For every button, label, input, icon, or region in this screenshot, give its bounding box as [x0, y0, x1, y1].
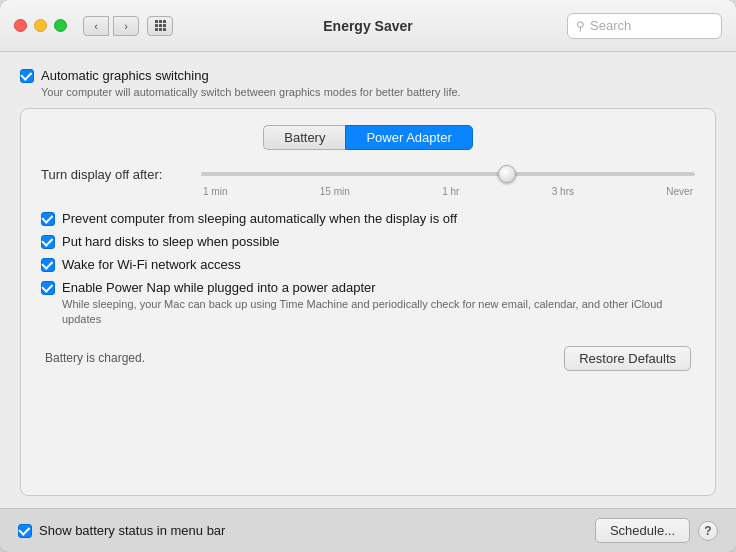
option-row-3: Enable Power Nap while plugged into a po… [41, 280, 695, 295]
nav-buttons: ‹ › [83, 16, 139, 36]
slider-section: Turn display off after: 1 min 15 min 1 h… [41, 164, 695, 197]
option-sublabel-3: While sleeping, your Mac can back up usi… [62, 297, 695, 328]
help-button[interactable]: ? [698, 521, 718, 541]
slider-ticks: 1 min 15 min 1 hr 3 hrs Never [201, 186, 695, 197]
back-button[interactable]: ‹ [83, 16, 109, 36]
option-checkbox-1[interactable] [41, 235, 55, 249]
traffic-lights [14, 19, 67, 32]
option-checkbox-3[interactable] [41, 281, 55, 295]
option-checkbox-2[interactable] [41, 258, 55, 272]
auto-graphics-label: Automatic graphics switching [41, 68, 209, 83]
show-battery-checkbox[interactable] [18, 524, 32, 538]
option-label-2: Wake for Wi-Fi network access [62, 257, 241, 272]
settings-panel: Battery Power Adapter Turn display off a… [20, 108, 716, 496]
option-item: Wake for Wi-Fi network access [41, 257, 695, 272]
bottom-strip: Show battery status in menu bar Schedule… [0, 508, 736, 552]
slider-container [201, 164, 695, 184]
option-item: Put hard disks to sleep when possible [41, 234, 695, 249]
schedule-button[interactable]: Schedule... [595, 518, 690, 543]
main-content: Automatic graphics switching Your comput… [0, 52, 736, 508]
slider-row: Turn display off after: [41, 164, 695, 184]
option-item: Prevent computer from sleeping automatic… [41, 211, 695, 226]
energy-saver-window: ‹ › Energy Saver ⚲ Search Automatic grap… [0, 0, 736, 552]
search-placeholder: Search [590, 18, 631, 33]
grid-button[interactable] [147, 16, 173, 36]
search-icon: ⚲ [576, 19, 585, 33]
tick-15min: 15 min [320, 186, 350, 197]
auto-graphics-checkbox[interactable] [20, 69, 34, 83]
search-box[interactable]: ⚲ Search [567, 13, 722, 39]
battery-tab[interactable]: Battery [263, 125, 345, 150]
auto-graphics-row: Automatic graphics switching [20, 68, 716, 83]
grid-icon [155, 20, 166, 31]
slider-track[interactable] [201, 172, 695, 176]
bottom-right-controls: Schedule... ? [595, 518, 718, 543]
tick-1min: 1 min [203, 186, 227, 197]
tick-never: Never [666, 186, 693, 197]
option-item: Enable Power Nap while plugged into a po… [41, 280, 695, 328]
show-battery-row: Show battery status in menu bar [18, 523, 595, 538]
options-list: Prevent computer from sleeping automatic… [41, 211, 695, 328]
option-row-0: Prevent computer from sleeping automatic… [41, 211, 695, 226]
forward-button[interactable]: › [113, 16, 139, 36]
slider-fill [201, 172, 507, 176]
option-label-3: Enable Power Nap while plugged into a po… [62, 280, 376, 295]
tick-3hrs: 3 hrs [552, 186, 574, 197]
window-title: Energy Saver [323, 18, 413, 34]
power-adapter-tab[interactable]: Power Adapter [345, 125, 472, 150]
slider-thumb[interactable] [498, 165, 516, 183]
slider-label: Turn display off after: [41, 167, 191, 182]
restore-defaults-button[interactable]: Restore Defaults [564, 346, 691, 371]
panel-bottom-bar: Battery is charged. Restore Defaults [41, 346, 695, 371]
tick-1hr: 1 hr [442, 186, 459, 197]
option-row-2: Wake for Wi-Fi network access [41, 257, 695, 272]
minimize-button[interactable] [34, 19, 47, 32]
show-battery-label: Show battery status in menu bar [39, 523, 225, 538]
option-label-0: Prevent computer from sleeping automatic… [62, 211, 457, 226]
option-row-1: Put hard disks to sleep when possible [41, 234, 695, 249]
auto-graphics-sublabel: Your computer will automatically switch … [41, 86, 716, 98]
option-label-1: Put hard disks to sleep when possible [62, 234, 280, 249]
titlebar: ‹ › Energy Saver ⚲ Search [0, 0, 736, 52]
option-checkbox-0[interactable] [41, 212, 55, 226]
battery-status: Battery is charged. [45, 351, 145, 365]
tab-switcher: Battery Power Adapter [41, 125, 695, 150]
maximize-button[interactable] [54, 19, 67, 32]
auto-graphics-section: Automatic graphics switching Your comput… [20, 68, 716, 98]
close-button[interactable] [14, 19, 27, 32]
